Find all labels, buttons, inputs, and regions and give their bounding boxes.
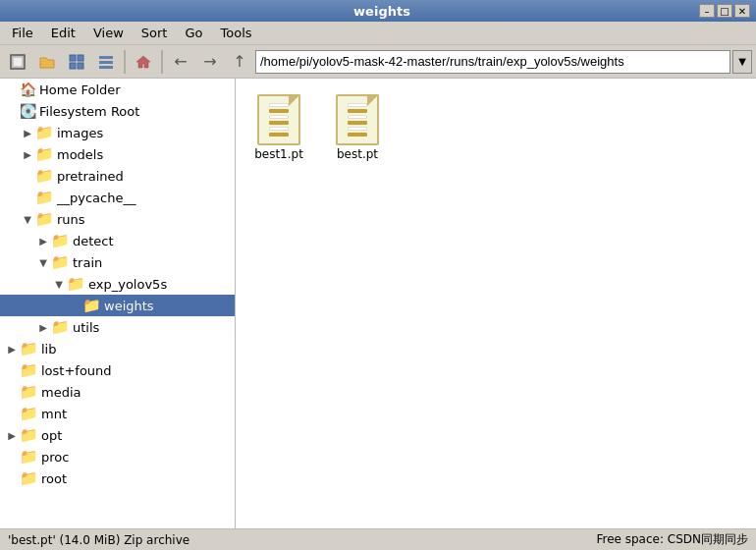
toggle-icon: ▶ — [35, 233, 51, 248]
menu-item-view[interactable]: View — [85, 24, 132, 42]
sidebar-item-pycache[interactable]: 📁__pycache__ — [0, 187, 235, 208]
sidebar-item-lost+found[interactable]: 📁lost+found — [0, 359, 235, 381]
sidebar-item-label: opt — [41, 428, 62, 443]
sidebar-item-label: proc — [41, 450, 69, 465]
maximize-button[interactable]: □ — [717, 4, 732, 18]
sidebar-item-exp_yolov5s[interactable]: ▼📁exp_yolov5s — [0, 273, 235, 295]
address-dropdown-button[interactable]: ▼ — [732, 50, 752, 74]
icon-view-button[interactable] — [63, 48, 90, 76]
file-item-best-pt[interactable]: best.pt — [322, 86, 393, 165]
window-controls: – □ ✕ — [699, 4, 750, 18]
up-button[interactable]: ↑ — [226, 48, 253, 76]
folder-icon: 📁 — [67, 275, 85, 293]
file-zip-icon — [334, 90, 381, 145]
address-bar-container: ▼ — [255, 50, 752, 74]
sidebar-item-label: utils — [73, 320, 99, 335]
folder-icon: 📁 — [51, 232, 70, 249]
toggle-icon — [67, 298, 82, 313]
sidebar-item-label: lost+found — [41, 363, 112, 378]
sidebar-item-root[interactable]: 📁root — [0, 468, 235, 489]
main-content: 🏠Home Folder💽Filesystem Root▶📁images▶📁mo… — [0, 79, 756, 528]
address-input[interactable] — [255, 50, 730, 74]
file-panel: best1.pt best.pt — [236, 79, 756, 528]
sidebar-panel: 🏠Home Folder💽Filesystem Root▶📁images▶📁mo… — [0, 79, 236, 528]
sidebar-item-label: pretrained — [57, 169, 124, 184]
sidebar-item-models[interactable]: ▶📁models — [0, 143, 235, 165]
drive-icon: 💽 — [20, 103, 36, 119]
folder-icon: 📁 — [35, 167, 54, 185]
folder-icon: 📁 — [51, 318, 70, 336]
folder-icon: 📁 — [35, 189, 54, 206]
open-folder-button[interactable] — [33, 48, 61, 76]
sidebar-item-label: models — [57, 147, 103, 162]
sidebar-item-label: mnt — [41, 407, 67, 421]
back-button[interactable]: ← — [167, 48, 194, 76]
sidebar-item-utils[interactable]: ▶📁utils — [0, 316, 235, 338]
toggle-icon: ▶ — [4, 341, 20, 357]
menu-item-edit[interactable]: Edit — [43, 24, 83, 42]
file-name: best.pt — [337, 147, 378, 161]
svg-rect-2 — [70, 55, 76, 61]
title-bar: weights – □ ✕ — [0, 0, 756, 22]
toggle-icon — [4, 449, 20, 465]
sidebar-item-train[interactable]: ▼📁train — [0, 251, 235, 273]
file-zip-icon — [255, 90, 302, 145]
status-bar: 'best.pt' (14.0 MiB) Zip archive Free sp… — [0, 528, 756, 550]
sidebar-item-label: lib — [41, 342, 56, 357]
window-title: weights — [65, 4, 699, 19]
chevron-down-icon: ▼ — [738, 56, 746, 67]
toggle-icon — [4, 362, 20, 378]
menu-item-go[interactable]: Go — [177, 24, 210, 42]
toggle-icon — [4, 103, 20, 119]
toggle-icon — [4, 470, 20, 486]
sidebar-item-opt[interactable]: ▶📁opt — [0, 424, 235, 446]
minimize-button[interactable]: – — [699, 4, 715, 18]
sidebar-item-images[interactable]: ▶📁images — [0, 122, 235, 143]
sidebar-item-mnt[interactable]: 📁mnt — [0, 403, 235, 424]
sidebar-item-detect[interactable]: ▶📁detect — [0, 230, 235, 251]
file-name: best1.pt — [254, 147, 303, 161]
status-left: 'best.pt' (14.0 MiB) Zip archive — [8, 533, 189, 547]
sidebar-item-label: root — [41, 471, 67, 486]
folder-icon: 📁 — [20, 426, 38, 444]
list-view-button[interactable] — [92, 48, 120, 76]
menu-item-sort[interactable]: Sort — [134, 24, 176, 42]
toggle-icon: ▼ — [20, 211, 35, 227]
svg-rect-3 — [78, 55, 83, 61]
sidebar-item-label: Filesystem Root — [39, 104, 139, 119]
forward-button[interactable]: → — [196, 48, 224, 76]
svg-rect-1 — [13, 57, 23, 67]
sidebar-item-label: __pycache__ — [57, 191, 135, 205]
home-button[interactable] — [130, 48, 157, 76]
toolbar-separator-2 — [161, 50, 163, 74]
sidebar-item-filesystem-root[interactable]: 💽Filesystem Root — [0, 100, 235, 122]
menu-item-file[interactable]: File — [4, 24, 41, 42]
sidebar-item-proc[interactable]: 📁proc — [0, 446, 235, 468]
toggle-icon: ▶ — [20, 146, 35, 162]
folder-icon: 📁 — [20, 448, 38, 466]
menu-item-tools[interactable]: Tools — [213, 24, 260, 42]
sidebar-item-home-folder[interactable]: 🏠Home Folder — [0, 79, 235, 100]
sidebar-item-label: media — [41, 385, 81, 400]
toggle-icon — [4, 406, 20, 421]
sidebar-item-pretrained[interactable]: 📁pretrained — [0, 165, 235, 187]
folder-icon: 📁 — [20, 340, 38, 358]
status-file-info: 'best.pt' (14.0 MiB) Zip archive — [8, 533, 189, 547]
sidebar-item-weights[interactable]: 📁weights — [0, 295, 235, 316]
toggle-icon: ▶ — [20, 125, 35, 140]
new-window-button[interactable] — [4, 48, 31, 76]
sidebar-item-label: Home Folder — [39, 82, 121, 97]
sidebar-item-runs[interactable]: ▼📁runs — [0, 208, 235, 230]
toolbar: ← → ↑ ▼ — [0, 45, 756, 79]
close-button[interactable]: ✕ — [734, 4, 750, 18]
toggle-icon — [20, 190, 35, 205]
toggle-icon: ▼ — [51, 276, 67, 292]
sidebar-item-label: images — [57, 126, 103, 140]
folder-icon: 📁 — [51, 253, 70, 271]
file-item-best1-pt[interactable]: best1.pt — [243, 86, 314, 165]
sidebar-item-media[interactable]: 📁media — [0, 381, 235, 403]
toggle-icon: ▶ — [4, 427, 20, 443]
sidebar-item-lib[interactable]: ▶📁lib — [0, 338, 235, 359]
home-icon: 🏠 — [20, 82, 36, 97]
status-free-space: Free space: CSDN同期同步 — [596, 531, 748, 548]
